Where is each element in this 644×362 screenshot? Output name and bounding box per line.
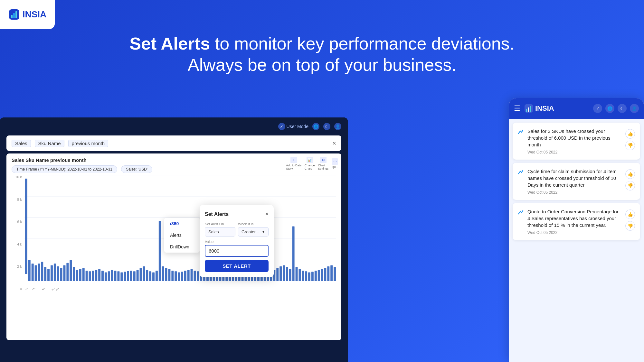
svg-rect-63 xyxy=(194,271,196,281)
svg-rect-41 xyxy=(124,272,126,281)
when-it-is-label: When it is xyxy=(238,222,269,226)
search-tag-sales[interactable]: Sales xyxy=(12,140,31,147)
alert-card-text-3: Quote to Order Conversion Percentage for… xyxy=(527,208,621,228)
svg-rect-89 xyxy=(276,268,279,281)
value-input[interactable] xyxy=(205,245,269,257)
chart-area: Sales Sku Name previous month + Add to D… xyxy=(6,153,341,340)
alert-card-actions-1: 👍 👎 xyxy=(625,129,635,150)
mobile-logo: INSIA xyxy=(524,104,589,113)
svg-rect-106 xyxy=(330,265,333,282)
language-icon[interactable]: 🌐 xyxy=(312,123,319,130)
svg-rect-49 xyxy=(149,271,151,281)
alert-dialog-close-button[interactable]: × xyxy=(265,211,269,218)
svg-rect-59 xyxy=(181,272,183,281)
search-tag-sku[interactable]: Sku Name xyxy=(35,140,64,147)
svg-rect-26 xyxy=(76,270,78,281)
set-alert-on-field: Set Alert On Sales xyxy=(205,222,235,237)
set-alert-on-value[interactable]: Sales xyxy=(205,227,235,237)
svg-rect-44 xyxy=(133,271,136,281)
svg-rect-47 xyxy=(143,266,145,281)
svg-rect-13 xyxy=(35,265,37,282)
alert-card-date-2: Wed Oct 05 2022 xyxy=(527,190,621,195)
svg-rect-37 xyxy=(111,270,113,281)
alert-card-2: Cycle time for claim submission for 4 it… xyxy=(513,163,640,200)
logo-icon xyxy=(8,9,20,20)
alert-fields-row: Set Alert On Sales When it is Greater...… xyxy=(205,222,269,237)
thumbs-down-1[interactable]: 👎 xyxy=(625,141,635,150)
set-alert-button[interactable]: SET ALERT xyxy=(205,260,269,272)
svg-rect-30 xyxy=(89,271,91,281)
svg-rect-99 xyxy=(308,273,310,282)
svg-rect-35 xyxy=(105,273,107,282)
svg-rect-48 xyxy=(146,270,148,281)
thumbs-up-1[interactable]: 👍 xyxy=(625,129,635,139)
desktop-mockup: ✓ User Mode 🌐 ☾ 👤 Sales Sku Name previou… xyxy=(0,117,348,362)
svg-rect-21 xyxy=(60,268,62,281)
svg-rect-102 xyxy=(318,270,320,281)
search-close-button[interactable]: × xyxy=(332,140,336,147)
alert-dialog-title: Set Alerts xyxy=(205,211,229,217)
svg-rect-16 xyxy=(44,267,46,281)
chart-type-icon: 📊 xyxy=(307,157,313,163)
query-icon: ⋯ xyxy=(332,158,338,165)
y-tick-10k: 10 k xyxy=(15,175,22,179)
alert-card-1: Sales for 3 SKUs have crossed your thres… xyxy=(513,123,640,160)
logo-box: INSIA xyxy=(0,0,55,29)
thumbs-up-2[interactable]: 👍 xyxy=(625,169,635,179)
user-icon[interactable]: 👤 xyxy=(334,123,341,130)
thumbs-down-2[interactable]: 👎 xyxy=(625,181,635,190)
y-tick-8k: 8 k xyxy=(17,198,22,201)
context-menu-item-i360[interactable]: i360 xyxy=(164,218,200,229)
svg-rect-109 xyxy=(526,109,527,112)
svg-rect-97 xyxy=(302,271,304,281)
alert-dialog-header: Set Alerts × xyxy=(205,211,269,218)
query-label: Qu... xyxy=(332,165,338,169)
context-menu-item-alerts[interactable]: Alerts xyxy=(164,229,200,241)
add-story-button[interactable]: + Add to DataStory xyxy=(286,157,301,170)
svg-rect-20 xyxy=(57,266,59,281)
query-button[interactable]: ⋯ Qu... xyxy=(332,158,338,169)
svg-rect-28 xyxy=(82,268,85,281)
mobile-theme-icon[interactable]: ☾ xyxy=(618,104,627,113)
svg-rect-105 xyxy=(327,266,329,281)
thumbs-up-3[interactable]: 👍 xyxy=(625,209,635,219)
y-tick-6k: 6 k xyxy=(17,220,22,224)
svg-rect-36 xyxy=(108,271,110,281)
logo-text: INSIA xyxy=(23,9,47,20)
alert-card-date-1: Wed Oct 05 2022 xyxy=(527,150,621,154)
search-bar: Sales Sku Name previous month × xyxy=(6,135,341,151)
change-chart-button[interactable]: 📊 ChangeChart xyxy=(305,157,315,170)
hero-line2: Always be on top of your business. xyxy=(129,55,515,75)
mobile-menu-icon[interactable]: ☰ xyxy=(514,104,520,113)
alert-card-body-3: Quote to Order Conversion Percentage for… xyxy=(527,208,621,235)
svg-rect-11 xyxy=(28,260,31,281)
y-tick-4k: 4 k xyxy=(17,242,22,246)
thumbs-down-3[interactable]: 👎 xyxy=(625,221,635,231)
chart-settings-button[interactable]: ⚙ ChartSettings xyxy=(318,157,328,170)
svg-rect-96 xyxy=(298,269,301,282)
alert-card-text-1: Sales for 3 SKUs have crossed your thres… xyxy=(527,128,621,148)
svg-rect-24 xyxy=(70,260,72,281)
context-menu-item-drilldown[interactable]: DrillDown xyxy=(164,241,200,253)
svg-rect-92 xyxy=(286,267,288,281)
svg-rect-51 xyxy=(156,271,158,281)
hero-bold: Set Alerts xyxy=(129,34,210,53)
svg-rect-14 xyxy=(38,264,40,281)
mobile-check-icon[interactable]: ✓ xyxy=(593,104,602,113)
svg-rect-45 xyxy=(137,270,139,281)
svg-rect-18 xyxy=(51,265,53,282)
mobile-user-icon[interactable]: 👤 xyxy=(630,104,639,113)
svg-rect-100 xyxy=(311,272,314,281)
svg-rect-104 xyxy=(324,268,326,281)
svg-rect-56 xyxy=(171,271,174,281)
search-tag-period[interactable]: previous month xyxy=(68,140,109,147)
when-it-is-value[interactable]: Greater... ▼ xyxy=(238,227,269,237)
svg-rect-43 xyxy=(130,271,132,281)
mobile-language-icon[interactable]: 🌐 xyxy=(605,104,614,113)
hero-title-block: Set Alerts to monitor key performance de… xyxy=(129,32,515,75)
mobile-mockup: ☰ INSIA ✓ 🌐 ☾ 👤 xyxy=(509,98,644,362)
svg-rect-50 xyxy=(152,273,155,282)
theme-icon[interactable]: ☾ xyxy=(323,123,330,130)
value-field-label: Value xyxy=(205,240,269,244)
svg-rect-93 xyxy=(289,269,291,282)
